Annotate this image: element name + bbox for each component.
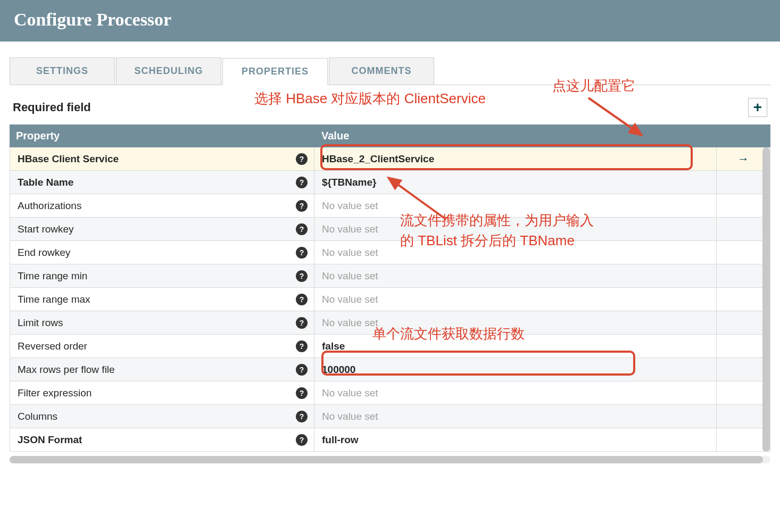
property-cell: End rowkey? bbox=[10, 241, 314, 264]
property-cell: Max rows per flow file? bbox=[10, 358, 314, 381]
value-cell[interactable]: full-row bbox=[314, 428, 717, 451]
vertical-scrollbar[interactable] bbox=[762, 147, 770, 452]
property-name: End rowkey bbox=[18, 247, 70, 259]
tab-settings[interactable]: SETTINGS bbox=[10, 57, 115, 85]
table-row[interactable]: Time range max?No value set bbox=[10, 288, 770, 311]
value-text: No value set bbox=[322, 223, 378, 235]
value-cell[interactable]: No value set bbox=[314, 241, 717, 264]
action-cell bbox=[717, 428, 770, 451]
value-cell[interactable]: 100000 bbox=[314, 358, 717, 381]
dialog-body: SETTINGS SCHEDULING PROPERTIES COMMENTS … bbox=[0, 41, 780, 463]
table-row[interactable]: Start rowkey?No value set bbox=[10, 218, 770, 241]
property-cell: Time range min? bbox=[10, 264, 314, 287]
tab-bar: SETTINGS SCHEDULING PROPERTIES COMMENTS bbox=[10, 57, 770, 85]
value-text: full-row bbox=[322, 434, 359, 446]
table-row[interactable]: JSON Format?full-row bbox=[10, 428, 770, 452]
action-cell bbox=[717, 405, 770, 428]
value-text: false bbox=[322, 340, 345, 352]
table-row[interactable]: Columns?No value set bbox=[10, 405, 770, 428]
col-header-value: Value bbox=[314, 124, 770, 147]
value-text: No value set bbox=[322, 200, 378, 212]
value-text: HBase_2_ClientService bbox=[322, 153, 434, 165]
help-icon[interactable]: ? bbox=[296, 364, 308, 376]
table-row[interactable]: Max rows per flow file?100000 bbox=[10, 358, 770, 381]
dialog-title: Configure Processor bbox=[14, 10, 766, 30]
horizontal-scrollbar[interactable] bbox=[10, 456, 770, 463]
scrollbar-thumb[interactable] bbox=[762, 147, 770, 452]
help-icon[interactable]: ? bbox=[296, 387, 308, 399]
table-row[interactable]: Time range min?No value set bbox=[10, 264, 770, 288]
table-row[interactable]: Limit rows?No value set bbox=[10, 311, 770, 335]
help-icon[interactable]: ? bbox=[296, 200, 308, 212]
action-cell bbox=[717, 241, 770, 264]
help-icon[interactable]: ? bbox=[296, 177, 308, 188]
property-cell: HBase Client Service? bbox=[10, 147, 314, 170]
value-cell[interactable]: false bbox=[314, 335, 717, 358]
property-name: Limit rows bbox=[18, 317, 63, 329]
property-name: Authorizations bbox=[18, 200, 81, 212]
value-cell[interactable]: ${TBName} bbox=[314, 171, 717, 194]
table-body: HBase Client Service?HBase_2_ClientServi… bbox=[10, 147, 770, 452]
value-text: No value set bbox=[322, 294, 378, 305]
table-header: Property Value bbox=[10, 124, 770, 147]
value-text: 100000 bbox=[322, 364, 355, 376]
value-cell[interactable]: No value set bbox=[314, 194, 717, 217]
property-cell: Reversed order? bbox=[10, 335, 314, 358]
property-cell: Time range max? bbox=[10, 288, 314, 311]
tab-comments[interactable]: COMMENTS bbox=[329, 57, 434, 85]
tab-scheduling[interactable]: SCHEDULING bbox=[116, 57, 221, 85]
property-cell: Columns? bbox=[10, 405, 314, 428]
add-property-button[interactable]: + bbox=[748, 98, 767, 117]
value-text: No value set bbox=[322, 387, 378, 399]
property-name: JSON Format bbox=[18, 434, 82, 446]
col-header-property: Property bbox=[10, 124, 314, 147]
help-icon[interactable]: ? bbox=[296, 247, 308, 259]
required-field-label: Required field bbox=[13, 101, 91, 114]
property-name: Start rowkey bbox=[18, 223, 74, 235]
goto-arrow-icon[interactable]: → bbox=[737, 152, 749, 166]
help-icon[interactable]: ? bbox=[296, 270, 308, 282]
property-name: Columns bbox=[18, 411, 57, 422]
property-cell: Start rowkey? bbox=[10, 218, 314, 240]
value-text: No value set bbox=[322, 411, 378, 422]
value-text: ${TBName} bbox=[322, 177, 376, 188]
action-cell bbox=[717, 264, 770, 287]
action-cell bbox=[717, 311, 770, 334]
property-name: Table Name bbox=[18, 177, 73, 188]
action-cell: → bbox=[717, 147, 770, 170]
help-icon[interactable]: ? bbox=[296, 223, 308, 235]
action-cell bbox=[717, 171, 770, 194]
table-row[interactable]: End rowkey?No value set bbox=[10, 241, 770, 264]
property-cell: JSON Format? bbox=[10, 428, 314, 451]
scrollbar-thumb[interactable] bbox=[10, 456, 763, 463]
property-cell: Table Name? bbox=[10, 171, 314, 194]
table-row[interactable]: Filter expression?No value set bbox=[10, 381, 770, 405]
value-cell[interactable]: No value set bbox=[314, 288, 717, 311]
value-text: No value set bbox=[322, 270, 378, 282]
help-icon[interactable]: ? bbox=[296, 411, 308, 422]
table-row[interactable]: HBase Client Service?HBase_2_ClientServi… bbox=[10, 147, 770, 171]
table-row[interactable]: Authorizations?No value set bbox=[10, 194, 770, 218]
value-cell[interactable]: No value set bbox=[314, 405, 717, 428]
table-row[interactable]: Reversed order?false bbox=[10, 335, 770, 358]
value-cell[interactable]: No value set bbox=[314, 218, 717, 240]
help-icon[interactable]: ? bbox=[296, 317, 308, 329]
help-icon[interactable]: ? bbox=[296, 434, 308, 446]
value-cell[interactable]: No value set bbox=[314, 264, 717, 287]
value-text: No value set bbox=[322, 317, 378, 329]
table-row[interactable]: Table Name?${TBName} bbox=[10, 171, 770, 194]
help-icon[interactable]: ? bbox=[296, 153, 308, 165]
property-name: HBase Client Service bbox=[18, 153, 119, 165]
value-cell[interactable]: No value set bbox=[314, 311, 717, 334]
help-icon[interactable]: ? bbox=[296, 340, 308, 352]
value-cell[interactable]: No value set bbox=[314, 381, 717, 404]
help-icon[interactable]: ? bbox=[296, 294, 308, 305]
action-cell bbox=[717, 335, 770, 358]
property-name: Max rows per flow file bbox=[18, 364, 115, 376]
value-cell[interactable]: HBase_2_ClientService bbox=[314, 147, 717, 170]
property-name: Reversed order bbox=[18, 340, 87, 352]
properties-table: Property Value HBase Client Service?HBas… bbox=[10, 124, 770, 452]
property-name: Time range max bbox=[18, 294, 90, 305]
tab-properties[interactable]: PROPERTIES bbox=[222, 58, 328, 85]
value-text: No value set bbox=[322, 247, 378, 259]
